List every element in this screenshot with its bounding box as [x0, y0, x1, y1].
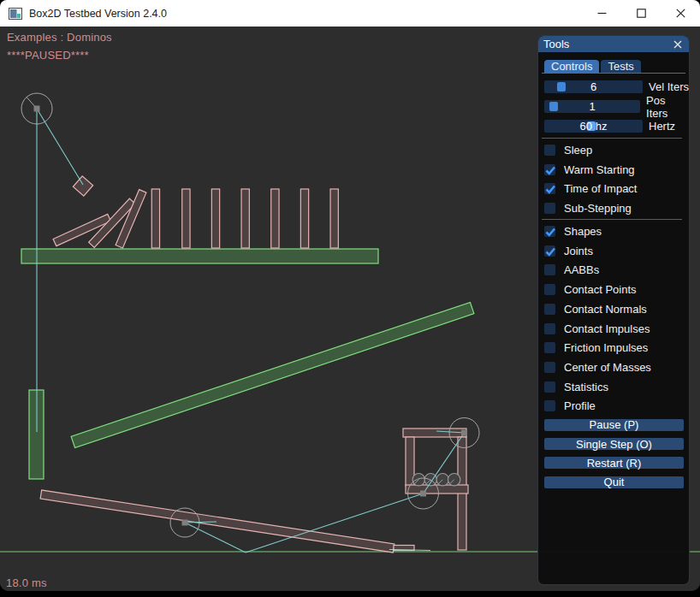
time-of-impact-label: Time of Impact: [564, 182, 637, 195]
contact-impulses-checkbox-row[interactable]: Contact Impulses: [544, 323, 689, 334]
solver-sliders: 6Vel Iters1Pos Iters60 hzHertz: [544, 80, 689, 133]
joint-anchor-point: [34, 106, 40, 112]
domino-standing-2[interactable]: [182, 189, 190, 248]
joints-checkbox-row[interactable]: Joints: [544, 245, 689, 257]
contact-impulses-checkbox[interactable]: [544, 323, 555, 334]
contact-normals-label: Contact Normals: [564, 303, 647, 316]
profile-label: Profile: [564, 399, 596, 412]
tab-tests[interactable]: Tests: [601, 60, 640, 73]
tab-bar: Controls Tests: [544, 60, 689, 73]
ramp-plank: [71, 302, 474, 447]
dominos-platform: [21, 249, 378, 263]
pos-iters-label: Pos Iters: [646, 94, 689, 120]
restart-button[interactable]: Restart (R): [544, 457, 684, 469]
close-button[interactable]: [661, 0, 700, 27]
checkmark-icon: [543, 245, 557, 258]
pos-iters-slider[interactable]: 1: [544, 100, 640, 113]
separator: [542, 138, 682, 139]
pendulum-box[interactable]: [73, 176, 92, 196]
profile-checkbox-row[interactable]: Profile: [544, 400, 689, 411]
vel-iters-slider[interactable]: 6: [544, 80, 643, 93]
friction-impulses-label: Friction Impulses: [564, 341, 648, 354]
domino-standing-5[interactable]: [271, 189, 279, 248]
warm-starting-label: Warm Starting: [564, 163, 635, 176]
center-of-masses-checkbox-row[interactable]: Center of Masses: [544, 362, 689, 373]
window-controls: [582, 0, 700, 27]
minimize-icon: [597, 9, 607, 18]
sub-stepping-checkbox[interactable]: [544, 203, 555, 214]
hertz-value: 60 hz: [544, 120, 643, 133]
single-step-button[interactable]: Single Step (O): [544, 438, 684, 450]
shapes-checkbox-row[interactable]: Shapes: [544, 226, 689, 237]
joints-label: Joints: [564, 245, 593, 257]
hertz-label: Hertz: [649, 120, 675, 133]
panel-close-button[interactable]: [672, 38, 684, 50]
domino-standing-6[interactable]: [300, 189, 308, 248]
statistics-checkbox[interactable]: [544, 381, 555, 393]
paused-status: ****PAUSED****: [7, 49, 89, 62]
joint-anchor-point: [461, 430, 467, 436]
tab-underline: [542, 73, 685, 74]
maximize-icon: [637, 9, 646, 18]
joints-checkbox[interactable]: [544, 245, 555, 257]
vel-iters-value: 6: [544, 80, 643, 93]
center-of-masses-checkbox[interactable]: [544, 362, 555, 373]
action-buttons: Pause (P)Single Step (O)Restart (R)Quit: [544, 419, 689, 488]
close-icon: [676, 9, 685, 18]
pause-button[interactable]: Pause (P): [544, 419, 684, 431]
separator: [542, 219, 682, 220]
vel-iters-slider-row: 6Vel Iters: [544, 80, 689, 93]
aabbs-label: AABBs: [564, 263, 599, 276]
checkmark-icon: [543, 182, 557, 196]
sleep-checkbox[interactable]: [544, 145, 555, 156]
contact-points-checkbox[interactable]: [544, 284, 555, 295]
time-of-impact-checkbox-row[interactable]: Time of Impact: [544, 183, 689, 194]
shapes-label: Shapes: [564, 225, 602, 238]
domino-standing-1[interactable]: [151, 189, 159, 248]
tools-panel-titlebar[interactable]: Tools: [538, 36, 689, 52]
minimize-button[interactable]: [582, 0, 621, 27]
seesaw-plank[interactable]: [40, 490, 394, 553]
checkmark-icon: [543, 163, 557, 177]
maximize-button[interactable]: [621, 0, 661, 27]
center-of-masses-label: Center of Masses: [564, 361, 651, 374]
solver-option-checkboxes: SleepWarm StartingTime of ImpactSub-Step…: [544, 145, 689, 214]
statistics-checkbox-row[interactable]: Statistics: [544, 381, 689, 393]
friction-impulses-checkbox[interactable]: [544, 342, 555, 353]
sleep-label: Sleep: [564, 144, 592, 157]
statistics-label: Statistics: [564, 381, 608, 393]
quit-button[interactable]: Quit: [544, 476, 684, 488]
joint-anchor-point: [420, 491, 426, 497]
warm-starting-checkbox[interactable]: [544, 164, 555, 175]
contact-points-checkbox-row[interactable]: Contact Points: [544, 284, 689, 295]
warm-starting-checkbox-row[interactable]: Warm Starting: [544, 164, 689, 175]
contact-normals-checkbox[interactable]: [544, 304, 555, 315]
hertz-slider[interactable]: 60 hz: [544, 120, 643, 133]
time-of-impact-checkbox[interactable]: [544, 183, 555, 194]
window-title: Box2D Testbed Version 2.4.0: [29, 8, 167, 20]
domino-standing-7[interactable]: [330, 189, 338, 248]
domino-standing-4[interactable]: [241, 189, 249, 248]
sub-stepping-label: Sub-Stepping: [564, 202, 632, 215]
joint-line: [37, 109, 83, 185]
draw-option-checkboxes: ShapesJointsAABBsContact PointsContact N…: [544, 226, 689, 411]
contact-points-label: Contact Points: [564, 283, 637, 296]
sub-stepping-checkbox-row[interactable]: Sub-Stepping: [544, 203, 689, 214]
tab-controls[interactable]: Controls: [544, 60, 599, 73]
contact-normals-checkbox-row[interactable]: Contact Normals: [544, 304, 689, 315]
tools-panel: Tools Controls Tests 6Vel Iters1Pos Iter…: [537, 35, 690, 585]
window-titlebar[interactable]: Box2D Testbed Version 2.4.0: [0, 0, 700, 27]
joint-anchor-point: [182, 520, 188, 526]
shapes-checkbox[interactable]: [544, 226, 555, 237]
profile-checkbox[interactable]: [544, 400, 555, 411]
aabbs-checkbox-row[interactable]: AABBs: [544, 264, 689, 275]
aabbs-checkbox[interactable]: [544, 264, 555, 275]
vel-iters-label: Vel Iters: [649, 80, 689, 93]
example-label: Examples : Dominos: [7, 31, 112, 44]
domino-standing-3[interactable]: [211, 189, 219, 248]
hertz-slider-row: 60 hzHertz: [544, 120, 689, 133]
friction-impulses-checkbox-row[interactable]: Friction Impulses: [544, 342, 689, 353]
app-window: Box2D Testbed Version 2.4.0 Examples : D…: [0, 0, 700, 591]
sleep-checkbox-row[interactable]: Sleep: [544, 145, 689, 156]
panel-close-icon: [673, 40, 682, 49]
